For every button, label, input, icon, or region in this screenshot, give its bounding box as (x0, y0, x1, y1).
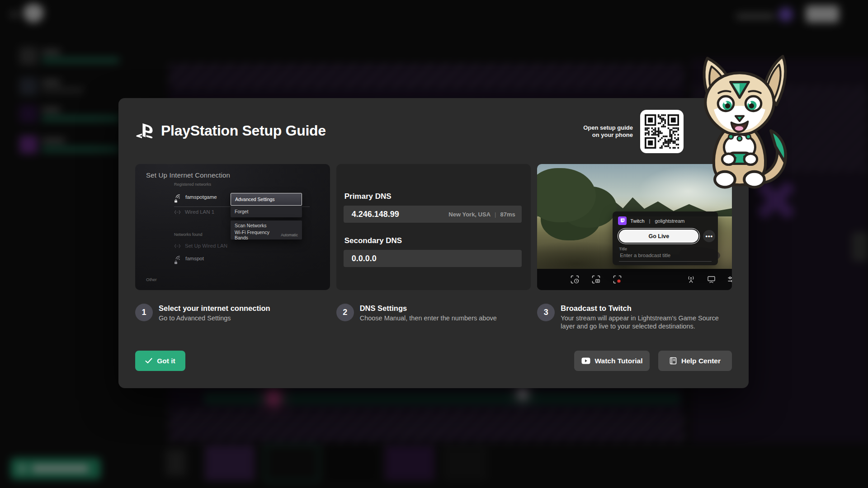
primary-dns-meta: New York, USA | 87ms (448, 211, 515, 218)
step-2-title: DNS Settings (360, 304, 497, 313)
wifi-frequency-value: Automatic (281, 233, 298, 237)
found-item-lan: Set Up Wired LAN (174, 243, 227, 249)
menu-item-wifi-frequency-bands: Wi-Fi Frequency Bands Automatic (231, 230, 302, 239)
secondary-dns-field: 0.0.0.0 (344, 250, 522, 267)
youtube-icon (581, 357, 590, 364)
broadcast-icon (687, 275, 695, 284)
options-icon (727, 275, 732, 284)
twitch-broadcast-card: Twitch | golightstream Go Live ••• Title… (613, 211, 718, 265)
step-3-desc: Your stream will appear in Lightstream's… (561, 314, 732, 330)
other-label: Other (146, 277, 157, 282)
context-menu-group: Scan Networks Wi-Fi Frequency Bands Auto… (231, 221, 302, 239)
dns-location: New York, USA (448, 211, 491, 218)
dns-panel: Primary DNS 4.246.148.99 New York, USA |… (336, 164, 531, 290)
step-3: 3 Broadcast to Twitch Your stream will a… (537, 304, 732, 330)
qr-card (640, 110, 684, 153)
qr-code (645, 114, 679, 149)
step-1-title: Select your internet connection (159, 304, 270, 313)
ps5-create-bar (537, 269, 732, 290)
twitch-icon (618, 216, 627, 225)
menu-item-forget: Forget (231, 206, 302, 217)
playstation-setup-guide-modal: PlayStation Setup Guide Open setup guide… (118, 98, 749, 388)
context-menu-group: Advanced Settings Forget (231, 193, 302, 217)
broadcast-title-label: Title (619, 246, 627, 251)
primary-dns-field: 4.246.148.99 New York, USA | 87ms (344, 206, 522, 223)
qr-label: Open setup guide on your phone (583, 124, 633, 139)
secondary-dns-value: 0.0.0.0 (352, 254, 515, 263)
dns-latency: 87ms (500, 211, 515, 218)
lock-icon (174, 260, 178, 264)
go-live-button: Go Live (619, 230, 698, 243)
modal-header: PlayStation Setup Guide (136, 122, 326, 139)
guide-panels: Set Up Internet Connection Registered ne… (135, 164, 732, 290)
mascot-graphic (685, 49, 796, 196)
network-name: Wired LAN 1 (185, 209, 214, 215)
primary-dns-label: Primary DNS (344, 192, 392, 201)
twitch-username: golightstream (655, 218, 684, 224)
network-item-wifi: famspotgame (175, 194, 217, 200)
playstation-logo-icon (136, 123, 155, 139)
screenshot-icon (592, 275, 600, 284)
dns-meta-separator: | (495, 211, 496, 218)
record-icon (613, 275, 622, 284)
step-2-badge: 2 (336, 304, 354, 321)
ps5-settings-screenshot: Set Up Internet Connection Registered ne… (135, 164, 330, 290)
network-name: Set Up Wired LAN (185, 243, 227, 249)
lan-icon (174, 244, 181, 249)
share-screen-icon (707, 275, 716, 284)
steps-row: 1 Select your internet connection Go to … (135, 304, 732, 330)
ps5-screen-title: Set Up Internet Connection (146, 171, 230, 179)
menu-item-scan-networks: Scan Networks (231, 221, 302, 230)
check-icon (145, 358, 152, 364)
watch-tutorial-button[interactable]: Watch Tutorial (574, 351, 650, 371)
wifi-icon (175, 255, 181, 262)
step-2-desc: Choose Manual, then enter the numbers ab… (360, 314, 497, 322)
network-item-lan: Wired LAN 1 (174, 209, 214, 215)
lan-icon (174, 210, 181, 215)
found-item-wifi: famspot (175, 255, 204, 262)
help-center-button[interactable]: Help Center (658, 351, 732, 371)
networks-found-label: Networks found (174, 232, 203, 237)
twitch-card-header: Twitch | golightstream (618, 216, 684, 225)
book-icon (670, 357, 677, 365)
menu-item-advanced-settings: Advanced Settings (231, 193, 302, 206)
lock-icon (174, 199, 178, 203)
network-name: famspotgame (185, 194, 217, 200)
broadcast-title-underline (619, 261, 712, 262)
step-3-badge: 3 (537, 304, 555, 321)
qr-block: Open setup guide on your phone (583, 110, 684, 153)
wifi-icon (175, 194, 181, 200)
twitch-separator: | (649, 218, 651, 224)
primary-dns-value: 4.246.148.99 (352, 210, 449, 219)
registered-networks-label: Registered networks (174, 182, 211, 187)
network-name: famspot (185, 256, 204, 261)
recent-gameplay-icon (571, 275, 579, 284)
step-1-badge: 1 (135, 304, 153, 321)
step-1-desc: Go to Advanced Settings (159, 314, 270, 322)
step-3-title: Broadcast to Twitch (561, 304, 732, 313)
twitch-service-label: Twitch (630, 218, 644, 224)
step-2: 2 DNS Settings Choose Manual, then enter… (336, 304, 531, 330)
step-1: 1 Select your internet connection Go to … (135, 304, 330, 330)
broadcast-title-placeholder: Enter a broadcast title (620, 253, 670, 258)
secondary-dns-label: Secondary DNS (344, 236, 402, 245)
page-title: PlayStation Setup Guide (161, 122, 326, 139)
more-options-icon: ••• (703, 230, 715, 242)
got-it-button[interactable]: Got it (135, 351, 185, 371)
network-context-menu: Advanced Settings Forget Scan Networks W… (231, 193, 302, 239)
